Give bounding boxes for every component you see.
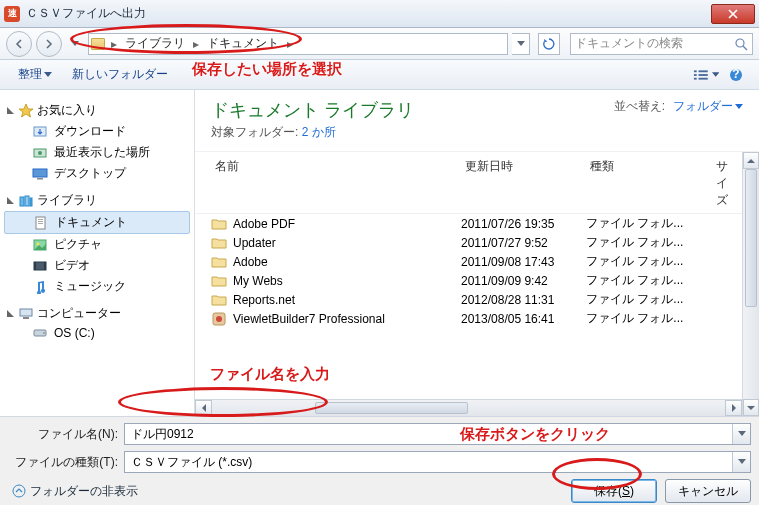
scroll-down-icon[interactable] — [743, 399, 759, 416]
svg-rect-25 — [44, 262, 46, 270]
svg-rect-4 — [699, 74, 708, 76]
library-icon — [18, 194, 34, 208]
file-list: Adobe PDF2011/07/26 19:35ファイル フォル...Upda… — [195, 214, 742, 399]
breadcrumb-documents[interactable]: ドキュメント — [203, 35, 283, 52]
column-size[interactable]: サイズ — [701, 156, 732, 211]
filename-input[interactable]: ドル円0912 — [124, 423, 751, 445]
organize-button[interactable]: 整理 — [10, 63, 60, 86]
sort-control: 並べ替え: フォルダー — [614, 98, 743, 115]
svg-rect-26 — [20, 309, 32, 316]
window-title: ＣＳＶファイルへ出力 — [26, 5, 711, 22]
table-row[interactable]: Updater2011/07/27 9:52ファイル フォル... — [195, 233, 742, 252]
history-dropdown[interactable] — [66, 33, 84, 55]
folder-count-link[interactable]: 2 か所 — [302, 125, 336, 139]
column-type[interactable]: 種類 — [586, 156, 701, 211]
svg-rect-15 — [25, 196, 29, 206]
hide-folders-toggle[interactable]: フォルダーの非表示 — [8, 483, 138, 500]
file-type: ファイル フォル... — [586, 272, 701, 289]
folder-icon — [211, 293, 227, 307]
column-name[interactable]: 名前 — [211, 156, 461, 211]
file-type: ファイル フォル... — [586, 291, 701, 308]
file-type: ファイル フォル... — [586, 234, 701, 251]
sidebar-item-desktop[interactable]: デスクトップ — [0, 163, 194, 184]
table-row[interactable]: Adobe PDF2011/07/26 19:35ファイル フォル... — [195, 214, 742, 233]
table-row[interactable]: Reports.net2012/08/28 11:31ファイル フォル... — [195, 290, 742, 309]
folder-icon — [211, 274, 227, 288]
search-input[interactable]: ドキュメントの検索 — [570, 33, 753, 55]
sidebar-item-music[interactable]: ミュージック — [0, 276, 194, 297]
scroll-thumb[interactable] — [745, 169, 757, 307]
new-folder-button[interactable]: 新しいフォルダー — [64, 63, 176, 86]
chevron-right-icon[interactable]: ▸ — [191, 37, 201, 51]
folder-icon — [211, 255, 227, 269]
picture-icon — [32, 238, 48, 252]
view-options-button[interactable] — [693, 64, 719, 86]
vertical-scrollbar[interactable] — [742, 152, 759, 416]
scroll-thumb[interactable] — [315, 402, 469, 414]
app-icon — [211, 312, 227, 326]
file-type: ファイル フォル... — [586, 253, 701, 270]
bottom-panel: ファイル名(N): ドル円0912 ファイルの種類(T): ＣＳＶファイル (*… — [0, 416, 759, 505]
star-icon — [18, 104, 34, 118]
svg-point-29 — [43, 332, 45, 334]
sidebar-item-pictures[interactable]: ピクチャ — [0, 234, 194, 255]
table-row[interactable]: My Webs2011/09/09 9:42ファイル フォル... — [195, 271, 742, 290]
svg-rect-13 — [37, 178, 43, 180]
library-icon — [91, 38, 105, 50]
svg-point-11 — [38, 151, 42, 155]
sidebar-item-recent[interactable]: 最近表示した場所 — [0, 142, 194, 163]
file-type: ファイル フォル... — [586, 215, 701, 232]
svg-rect-6 — [699, 77, 708, 79]
forward-button[interactable] — [36, 31, 62, 57]
table-row[interactable]: Adobe2011/09/08 17:43ファイル フォル... — [195, 252, 742, 271]
svg-rect-16 — [30, 198, 32, 206]
table-row[interactable]: ViewletBuilder7 Professional2013/08/05 1… — [195, 309, 742, 328]
sidebar-favorites-header[interactable]: お気に入り — [0, 100, 194, 121]
chevron-right-icon[interactable]: ▸ — [109, 37, 119, 51]
cancel-button[interactable]: キャンセル — [665, 479, 751, 503]
horizontal-scrollbar[interactable] — [195, 399, 742, 416]
sort-dropdown[interactable]: フォルダー — [673, 98, 743, 115]
close-button[interactable] — [711, 4, 755, 24]
music-icon — [32, 280, 48, 294]
save-button[interactable]: 保存(S) — [571, 479, 657, 503]
scroll-right-icon[interactable] — [725, 400, 742, 416]
column-date[interactable]: 更新日時 — [461, 156, 586, 211]
refresh-button[interactable] — [538, 33, 560, 55]
column-headers: 名前 更新日時 種類 サイズ — [195, 152, 742, 214]
filetype-select[interactable]: ＣＳＶファイル (*.csv) — [124, 451, 751, 473]
breadcrumb[interactable]: ▸ ライブラリ ▸ ドキュメント ▸ — [88, 33, 508, 55]
help-button[interactable]: ? — [723, 64, 749, 86]
computer-icon — [18, 307, 34, 321]
sidebar-computer-header[interactable]: コンピューター — [0, 303, 194, 324]
sidebar-item-documents[interactable]: ドキュメント — [4, 211, 190, 234]
chevron-right-icon[interactable]: ▸ — [285, 37, 295, 51]
document-icon — [33, 216, 49, 230]
download-icon — [32, 125, 48, 139]
file-date: 2012/08/28 11:31 — [461, 293, 586, 307]
file-name: Updater — [233, 236, 276, 250]
svg-rect-3 — [694, 74, 697, 76]
filetype-dropdown[interactable] — [732, 452, 750, 472]
scroll-left-icon[interactable] — [195, 400, 212, 416]
svg-point-32 — [13, 485, 25, 497]
svg-point-31 — [216, 316, 222, 322]
sidebar-libraries-header[interactable]: ライブラリ — [0, 190, 194, 211]
sidebar: お気に入り ダウンロード 最近表示した場所 デスクトップ ライブラリ — [0, 90, 195, 416]
scroll-up-icon[interactable] — [743, 152, 759, 169]
file-date: 2011/09/09 9:42 — [461, 274, 586, 288]
file-date: 2011/09/08 17:43 — [461, 255, 586, 269]
file-date: 2011/07/26 19:35 — [461, 217, 586, 231]
breadcrumb-dropdown[interactable] — [512, 33, 530, 55]
page-subtitle: 対象フォルダー: 2 か所 — [211, 124, 614, 141]
disk-icon — [32, 326, 48, 340]
svg-rect-5 — [694, 77, 697, 79]
search-placeholder: ドキュメントの検索 — [575, 35, 683, 52]
sidebar-item-videos[interactable]: ビデオ — [0, 255, 194, 276]
sidebar-item-downloads[interactable]: ダウンロード — [0, 121, 194, 142]
back-button[interactable] — [6, 31, 32, 57]
breadcrumb-libraries[interactable]: ライブラリ — [121, 35, 189, 52]
filename-dropdown[interactable] — [732, 424, 750, 444]
svg-rect-2 — [699, 70, 708, 72]
sidebar-item-os-c[interactable]: OS (C:) — [0, 324, 194, 342]
